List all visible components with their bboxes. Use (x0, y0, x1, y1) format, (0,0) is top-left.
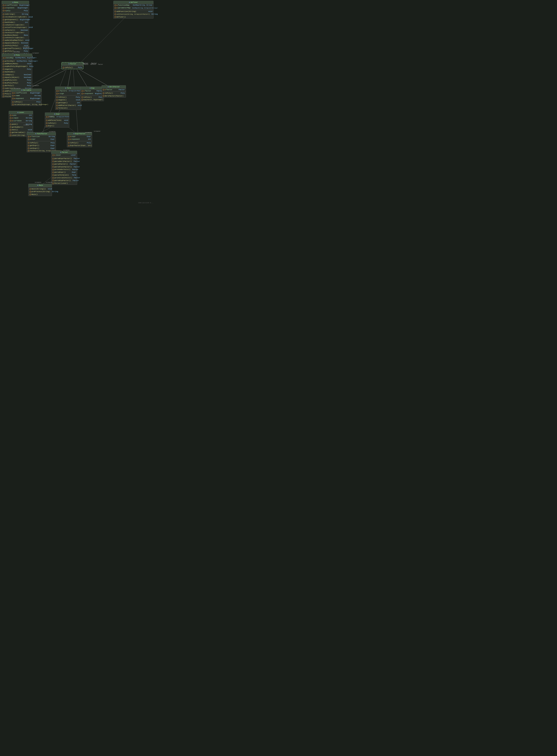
vis-icon: + (52, 171, 54, 173)
vis-icon: + (56, 107, 58, 109)
vis-icon: + (29, 188, 31, 190)
main-header: ⊙ Main (29, 184, 52, 187)
create-label-8: <create> (46, 182, 52, 183)
vis-icon: + (56, 99, 58, 101)
term-constructor: + Term(int) (55, 107, 81, 109)
poly-title: Poly (16, 54, 20, 56)
vis-icon: + (28, 136, 29, 137)
parser-method-4: + parseFuncFactor() Factor (51, 166, 77, 168)
expr-lower-method-2: + toPoly() Poly (45, 122, 69, 125)
term-header: ⊙ Term (55, 87, 81, 90)
parser-constructor: + Parser(Lexer) (51, 182, 77, 185)
svg-line-2 (68, 70, 71, 87)
vis-icon: + (3, 24, 4, 26)
definer-icon: ⊙ (129, 1, 130, 3)
vis-icon: + (46, 116, 48, 118)
factor-factors-label: factor Factor (83, 63, 97, 64)
vis-icon: + (28, 145, 29, 147)
variable-field-1: + a coefficient BigInteger (11, 92, 41, 94)
vis-icon: + (3, 48, 4, 50)
vis-icon: + (3, 96, 4, 97)
parser-header: ⊙ Parser (51, 151, 77, 154)
vis-icon: + (3, 71, 4, 73)
class-variable: ⊙ Variable + a coefficient BigInteger + … (11, 89, 42, 106)
funcfactor-field-2: + a expr Expr (27, 138, 56, 140)
poly-method-10: + derPoly() Poly (2, 84, 32, 87)
expr-lower-header: ⊙ Expr (45, 113, 69, 116)
vis-icon: + (3, 74, 4, 75)
vis-icon: + (3, 22, 4, 23)
mono-method-1: + toString() String (2, 13, 29, 15)
vis-icon: + (3, 93, 4, 95)
vis-icon: + (3, 42, 4, 44)
vis-icon: + (102, 89, 104, 91)
vis-icon: + (28, 148, 29, 149)
exp-constructor: + Exp(Factor, BigInteger) (81, 99, 104, 101)
class-exprfactor: ⊙ ExprFactor + a expr Expr + a exponent … (67, 132, 92, 147)
vis-icon: + (52, 180, 54, 181)
svg-line-3 (77, 70, 87, 87)
svg-line-13 (79, 15, 127, 64)
factor-method-1: + toPoly() Poly (62, 66, 83, 69)
terms-label: terms (49, 116, 53, 118)
mono-method-7: + isFactor() boolean (2, 29, 29, 32)
exprfactor-field-1: + a expr Expr (67, 135, 92, 138)
derifactor-title: DeriFactor (110, 86, 120, 88)
poly-method-1: + getMonoMap() HashMap<Mono, BigInteger> (2, 60, 32, 62)
create-label-10: <create> (94, 131, 100, 132)
funcfactor-icon: ⊙ (35, 133, 36, 135)
parser-method-1: + parseExprFactor() Factor (51, 157, 77, 160)
parser-icon: ⊙ (60, 151, 61, 153)
parser-method-6: + parseExpr() Expr (51, 171, 77, 174)
definer-method-2: + callFunction(String, ArrayList<Factor>… (114, 13, 153, 15)
factor-header: ⊙ Factor (62, 62, 83, 65)
exp-field-2: + a exponent BigInteger (81, 92, 104, 95)
vis-icon: + (3, 68, 4, 70)
field-vis: a (5, 9, 6, 12)
vis-icon: + (52, 163, 54, 165)
vis-icon: + (3, 10, 4, 11)
variable-method-1: + toPoly() Poly (11, 101, 41, 103)
vis-icon: + (52, 169, 54, 170)
funcfactor-field-1: + a function String (27, 135, 56, 138)
vis-icon: + (68, 142, 69, 144)
monomap-label: monoMap (14, 51, 20, 53)
vis-icon: + (114, 16, 116, 18)
vis-icon: + (52, 183, 54, 184)
variable-field-3: + a exponent BigInteger (11, 97, 41, 100)
definer-field-1: + a functionMap HashMap<String, String> (114, 4, 153, 7)
vis-icon: + (46, 122, 48, 124)
parser-field-1: + a lexer Lexer (51, 154, 77, 157)
vis-icon: + (81, 99, 83, 100)
vis-icon: + (3, 82, 4, 84)
vis-icon: + (3, 39, 4, 41)
create-label-3: <create> (32, 85, 39, 87)
mono-method-10: + coeOtOne(StringBuilder) (2, 37, 29, 39)
vis-icon: + (28, 138, 29, 140)
term-field-2: + a sign int (55, 92, 81, 95)
mono-method-4: + hashCode() int (2, 21, 29, 24)
class-expr-lower: ⊙ Expr + a terms ArrayList<Term> + addTe… (45, 113, 69, 128)
exp-method-1: + toPoly() Poly (81, 96, 104, 99)
lexer-header: ⊙ Lexer (9, 111, 33, 114)
term-method-3: + getSign() int (55, 101, 81, 104)
definer-header: ⊙ Definer (114, 1, 153, 4)
vis-icon: + (52, 177, 54, 179)
poly-method-8: + powPoly(int) Poly (2, 79, 32, 82)
class-definer: ⊙ Definer + a functionMap HashMap<String… (113, 1, 153, 19)
exprfactor-constructor: + ExprFactor(Expr, int) (67, 144, 92, 147)
class-funcfactor: ⊙ FuncFactor + a function String + a exp… (27, 132, 56, 152)
mono-method-3: + getExponent() BigInteger (2, 19, 29, 21)
vis-icon: + (56, 93, 58, 95)
vis-icon: + (3, 77, 4, 78)
vis-icon: + (3, 13, 4, 15)
lexer-method-3: + next() void (9, 128, 33, 131)
vis-icon: + (81, 93, 83, 95)
vis-icon: + (56, 90, 58, 92)
class-term: ⊙ Term + a factors ArrayList<Factor> + a… (55, 87, 81, 110)
vis-icon: + (10, 120, 11, 122)
vis-icon: + (102, 93, 104, 94)
vis-icon: + (12, 95, 14, 97)
vis-icon: + (52, 161, 54, 162)
vis-icon: + (81, 90, 83, 92)
